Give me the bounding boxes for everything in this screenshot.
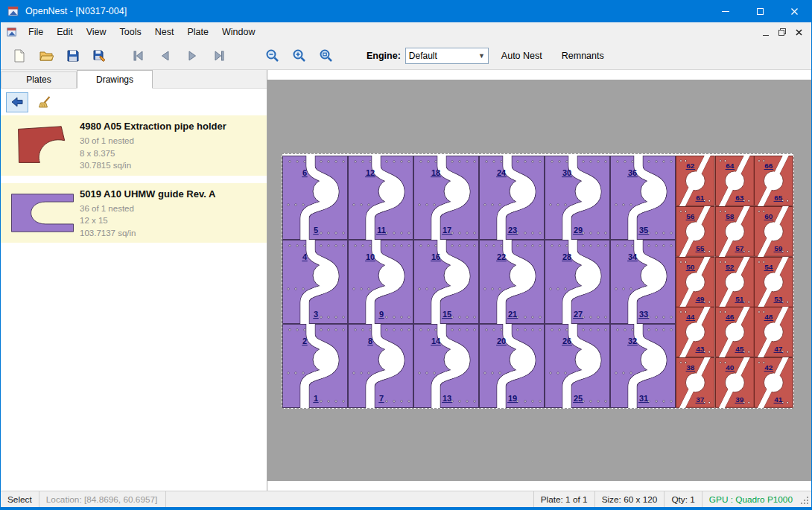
nest-pair-purple[interactable]: 2827 xyxy=(545,240,610,324)
nest-part-number: 42 xyxy=(765,363,774,372)
nest-part-number: 51 xyxy=(735,294,744,302)
nest-part-number: 21 xyxy=(508,310,517,319)
drawing-item-uhmw-guide[interactable]: 5019 A10 UHMW guide Rev. A 36 of 1 neste… xyxy=(1,183,267,243)
menu-item-tools[interactable]: Tools xyxy=(113,24,148,40)
nest-part-number: 4 xyxy=(302,252,308,261)
new-file-icon xyxy=(12,48,27,63)
mdi-minimize-button[interactable] xyxy=(758,25,774,39)
remnants-button[interactable]: Remnants xyxy=(555,47,611,65)
auto-nest-button[interactable]: Auto Nest xyxy=(495,47,549,65)
nest-pair-purple[interactable]: 2221 xyxy=(479,240,545,324)
engine-select[interactable]: Default ▼ xyxy=(405,48,489,64)
nest-pair-red[interactable]: 4847 xyxy=(754,307,793,357)
nest-pair-purple[interactable]: 2019 xyxy=(479,324,545,408)
status-location: Location: [84.8696, 60.6957] xyxy=(39,491,166,507)
nest-pair-red[interactable]: 5251 xyxy=(715,257,755,307)
clear-button[interactable] xyxy=(34,92,56,112)
drawing-thumbnail-red xyxy=(5,119,80,172)
status-plate: Plate: 1 of 1 xyxy=(533,491,594,507)
next-plate-button[interactable] xyxy=(180,45,205,67)
restore-icon xyxy=(778,28,787,36)
nest-pair-purple[interactable]: 1413 xyxy=(413,324,479,408)
menu-item-plate[interactable]: Plate xyxy=(180,24,215,40)
save-as-button[interactable] xyxy=(87,45,112,67)
nest-part-number: 53 xyxy=(775,294,784,302)
nest-part-number: 18 xyxy=(431,168,440,177)
nest-pair-red[interactable]: 5453 xyxy=(754,257,793,307)
nest-part-number: 45 xyxy=(735,345,744,353)
first-plate-button[interactable] xyxy=(126,45,151,67)
nest-part-number: 5 xyxy=(314,226,318,235)
menu-item-window[interactable]: Window xyxy=(215,24,261,40)
close-icon xyxy=(790,7,799,16)
plate[interactable]: 6512111817242330293635431091615222128273… xyxy=(282,153,794,409)
nest-pair-purple[interactable]: 3231 xyxy=(610,324,676,408)
nest-pair-purple[interactable]: 109 xyxy=(348,240,413,324)
nest-part-number: 66 xyxy=(765,162,774,170)
maximize-button[interactable] xyxy=(743,0,777,22)
close-button[interactable] xyxy=(777,0,811,22)
nest-pair-red[interactable]: 6665 xyxy=(754,156,793,206)
nest-pair-purple[interactable]: 3635 xyxy=(610,156,676,240)
red-parts-grid: 6261646366655655585760595049525154534443… xyxy=(676,156,793,408)
nest-part-number: 62 xyxy=(686,162,695,170)
nest-pair-red[interactable]: 4443 xyxy=(676,307,715,357)
close-icon xyxy=(795,28,803,36)
nest-pair-purple[interactable]: 1817 xyxy=(413,156,479,240)
nest-part-number: 33 xyxy=(639,310,648,319)
nest-pair-purple[interactable]: 21 xyxy=(282,324,348,408)
statusbar: Select Location: [84.8696, 60.6957] Plat… xyxy=(1,491,811,507)
nest-part-number: 34 xyxy=(628,252,638,261)
save-button[interactable] xyxy=(60,45,86,67)
previous-plate-button[interactable] xyxy=(153,45,178,67)
nest-pair-purple[interactable]: 3433 xyxy=(610,240,676,324)
nest-pair-red[interactable]: 4645 xyxy=(715,307,755,357)
nest-pair-red[interactable]: 6261 xyxy=(676,156,715,206)
resize-grip[interactable] xyxy=(799,491,811,507)
nest-part-number: 26 xyxy=(562,337,571,345)
nest-part-number: 9 xyxy=(379,310,384,319)
minimize-button[interactable] xyxy=(708,0,743,22)
nest-part-number: 12 xyxy=(366,168,375,177)
open-button[interactable] xyxy=(34,45,59,67)
nest-pair-red[interactable]: 6463 xyxy=(715,156,755,206)
menu-item-nest[interactable]: Nest xyxy=(148,24,181,40)
nest-pair-red[interactable]: 5655 xyxy=(676,206,715,257)
nest-pair-red[interactable]: 6059 xyxy=(754,206,793,257)
nest-pair-purple[interactable]: 65 xyxy=(282,156,348,240)
nest-pair-purple[interactable]: 2423 xyxy=(479,156,545,240)
tab-drawings[interactable]: Drawings xyxy=(77,70,153,89)
nest-pair-red[interactable]: 4039 xyxy=(715,357,755,408)
nest-pair-purple[interactable]: 2625 xyxy=(545,324,610,408)
move-to-plate-button[interactable] xyxy=(6,92,28,112)
menu-item-edit[interactable]: Edit xyxy=(50,24,80,40)
new-button[interactable] xyxy=(7,45,32,67)
menu-item-file[interactable]: File xyxy=(22,24,50,40)
zoom-fit-button[interactable] xyxy=(314,45,339,67)
drawing-area: 103.7137 sq/in xyxy=(80,227,262,240)
nest-part-number: 19 xyxy=(508,394,517,403)
nest-part-number: 65 xyxy=(775,194,784,202)
mdi-restore-button[interactable] xyxy=(774,25,790,39)
nest-pair-red[interactable]: 4241 xyxy=(754,357,793,408)
nest-pair-red[interactable]: 5049 xyxy=(676,257,715,307)
nest-pair-purple[interactable]: 1211 xyxy=(348,156,413,240)
tab-plates[interactable]: Plates xyxy=(1,71,77,88)
nest-part-number: 54 xyxy=(765,263,774,271)
drawing-item-extraction-pipe-holder[interactable]: 4980 A05 Extraction pipe holder 30 of 1 … xyxy=(1,115,267,176)
nest-pair-purple[interactable]: 3029 xyxy=(545,156,610,240)
drawing-title: 4980 A05 Extraction pipe holder xyxy=(80,121,262,132)
nest-pair-purple[interactable]: 87 xyxy=(348,324,413,408)
nest-pair-red[interactable]: 5857 xyxy=(715,206,755,257)
nest-pair-red[interactable]: 3837 xyxy=(676,357,715,408)
last-plate-button[interactable] xyxy=(206,45,232,67)
zoom-out-button[interactable] xyxy=(260,45,285,67)
nest-part-number: 1 xyxy=(314,394,318,403)
zoom-in-button[interactable] xyxy=(287,45,312,67)
nest-pair-purple[interactable]: 1615 xyxy=(413,240,479,324)
canvas-viewport[interactable]: 6512111817242330293635431091615222128273… xyxy=(267,80,811,481)
mdi-close-button[interactable] xyxy=(790,25,807,39)
nest-pair-purple[interactable]: 43 xyxy=(282,240,348,324)
engine-value: Default xyxy=(409,51,478,61)
menu-item-view[interactable]: View xyxy=(80,24,113,40)
